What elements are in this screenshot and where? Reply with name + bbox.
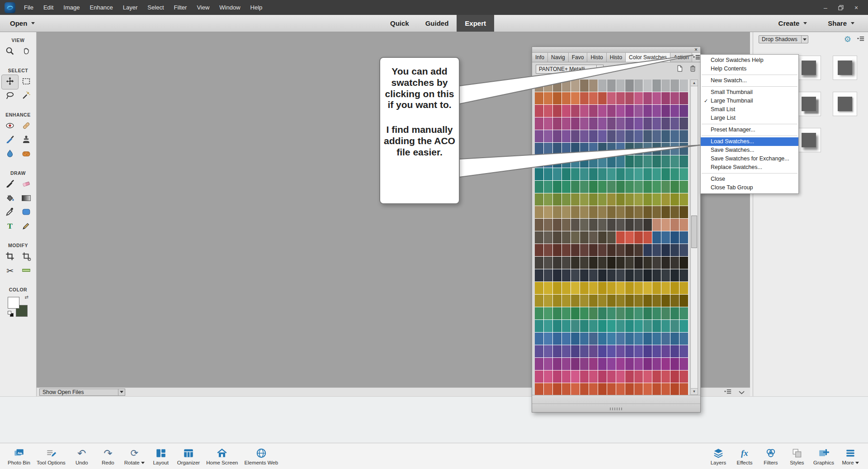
- swatch-cell[interactable]: [544, 269, 552, 281]
- swatch-cell[interactable]: [679, 295, 688, 307]
- clone-stamp-tool[interactable]: [18, 133, 34, 147]
- swatch-cell[interactable]: [580, 257, 589, 269]
- straighten-tool[interactable]: [18, 264, 34, 278]
- swatch-cell[interactable]: [580, 143, 589, 155]
- swatch-cell[interactable]: [544, 193, 552, 206]
- swatch-cell[interactable]: [580, 307, 589, 319]
- open-button[interactable]: Open: [10, 15, 35, 32]
- swatch-cell[interactable]: [616, 117, 625, 130]
- default-colors-icon[interactable]: [8, 311, 14, 317]
- swatch-cell[interactable]: [553, 282, 561, 294]
- swatch-cell[interactable]: [544, 358, 552, 370]
- swatch-cell[interactable]: [598, 231, 607, 244]
- new-swatch-icon[interactable]: [676, 65, 684, 74]
- swatch-cell[interactable]: [652, 143, 661, 155]
- taskbar-effects[interactable]: fxEffects: [731, 443, 758, 469]
- swatch-cell[interactable]: [634, 295, 643, 307]
- swatch-cell[interactable]: [652, 295, 661, 307]
- swatch-cell[interactable]: [643, 333, 652, 345]
- swatch-cell[interactable]: [634, 143, 643, 155]
- tab-action[interactable]: Action: [670, 53, 692, 62]
- swatch-cell[interactable]: [589, 80, 598, 92]
- swatch-cell[interactable]: [562, 80, 571, 92]
- swatch-cell[interactable]: [670, 219, 679, 231]
- tab-navig[interactable]: Navig: [548, 53, 569, 62]
- style-thumbnail[interactable]: [797, 128, 821, 152]
- menu-item-small-list[interactable]: Small List: [701, 105, 798, 114]
- swatch-cell[interactable]: [679, 383, 688, 395]
- swatch-cell[interactable]: [634, 231, 643, 244]
- swatch-cell[interactable]: [616, 92, 625, 104]
- swatch-cell[interactable]: [544, 168, 552, 180]
- swatch-cell[interactable]: [652, 168, 661, 180]
- swatch-cell[interactable]: [571, 244, 580, 256]
- swatch-cell[interactable]: [571, 168, 580, 180]
- panel-menu-icon[interactable]: [692, 53, 700, 62]
- swatch-cell[interactable]: [562, 117, 571, 130]
- swatch-cell[interactable]: [661, 130, 670, 142]
- swatch-cell[interactable]: [661, 358, 670, 370]
- scrollbar[interactable]: ▲ ▼: [690, 80, 698, 395]
- swatch-cell[interactable]: [670, 92, 679, 104]
- swatch-cell[interactable]: [562, 257, 571, 269]
- swatch-cell[interactable]: [652, 117, 661, 130]
- menu-window[interactable]: Window: [214, 0, 245, 15]
- swatch-cell[interactable]: [643, 257, 652, 269]
- swatch-cell[interactable]: [661, 92, 670, 104]
- menu-layer[interactable]: Layer: [118, 0, 143, 15]
- swatch-cell[interactable]: [679, 282, 688, 294]
- swatch-cell[interactable]: [661, 181, 670, 193]
- swatch-cell[interactable]: [670, 231, 679, 244]
- swatch-cell[interactable]: [625, 269, 634, 281]
- swatch-cell[interactable]: [670, 143, 679, 155]
- panel-titlebar[interactable]: ×: [532, 47, 700, 53]
- swatch-cell[interactable]: [589, 206, 598, 218]
- swatch-cell[interactable]: [625, 307, 634, 319]
- swatch-cell[interactable]: [571, 257, 580, 269]
- swatch-cell[interactable]: [670, 307, 679, 319]
- swatch-cell[interactable]: [544, 130, 552, 142]
- swatch-cell[interactable]: [679, 193, 688, 206]
- swatch-cell[interactable]: [679, 92, 688, 104]
- swatch-cell[interactable]: [616, 193, 625, 206]
- swatch-cell[interactable]: [679, 244, 688, 256]
- swatch-cell[interactable]: [625, 181, 634, 193]
- swatch-cell[interactable]: [562, 181, 571, 193]
- swatch-cell[interactable]: [535, 143, 543, 155]
- swatch-cell[interactable]: [607, 117, 616, 130]
- swatch-cell[interactable]: [634, 257, 643, 269]
- swatch-cell[interactable]: [634, 282, 643, 294]
- taskbar-filters[interactable]: Filters: [758, 443, 784, 469]
- mode-tab-expert[interactable]: Expert: [457, 15, 494, 32]
- marquee-tool[interactable]: [18, 75, 34, 89]
- swatch-cell[interactable]: [562, 244, 571, 256]
- restore-icon[interactable]: [835, 3, 847, 13]
- taskbar-layout[interactable]: Layout: [148, 443, 174, 469]
- swatch-cell[interactable]: [625, 320, 634, 332]
- share-button[interactable]: Share: [828, 19, 854, 27]
- swatch-cell[interactable]: [679, 105, 688, 117]
- swatch-cell[interactable]: [580, 320, 589, 332]
- spot-healing-tool[interactable]: [18, 119, 34, 133]
- red-eye-tool[interactable]: [2, 119, 18, 133]
- swatch-cell[interactable]: [625, 193, 634, 206]
- menu-item-save-swatches[interactable]: Save Swatches...: [701, 146, 798, 155]
- swatch-cell[interactable]: [607, 282, 616, 294]
- swatch-cell[interactable]: [535, 295, 543, 307]
- swatch-cell[interactable]: [589, 130, 598, 142]
- swatch-cell[interactable]: [580, 92, 589, 104]
- swatch-cell[interactable]: [535, 269, 543, 281]
- swatch-cell[interactable]: [616, 269, 625, 281]
- swatch-cell[interactable]: [607, 80, 616, 92]
- swatch-cell[interactable]: [616, 282, 625, 294]
- swatch-cell[interactable]: [580, 168, 589, 180]
- swatch-cell[interactable]: [625, 105, 634, 117]
- swatch-cell[interactable]: [553, 219, 561, 231]
- swatch-cell[interactable]: [598, 345, 607, 357]
- swatch-cell[interactable]: [670, 244, 679, 256]
- swatch-cell[interactable]: [625, 231, 634, 244]
- swatch-cell[interactable]: [652, 333, 661, 345]
- swatch-cell[interactable]: [535, 320, 543, 332]
- swatch-cell[interactable]: [562, 358, 571, 370]
- swatch-cell[interactable]: [589, 231, 598, 244]
